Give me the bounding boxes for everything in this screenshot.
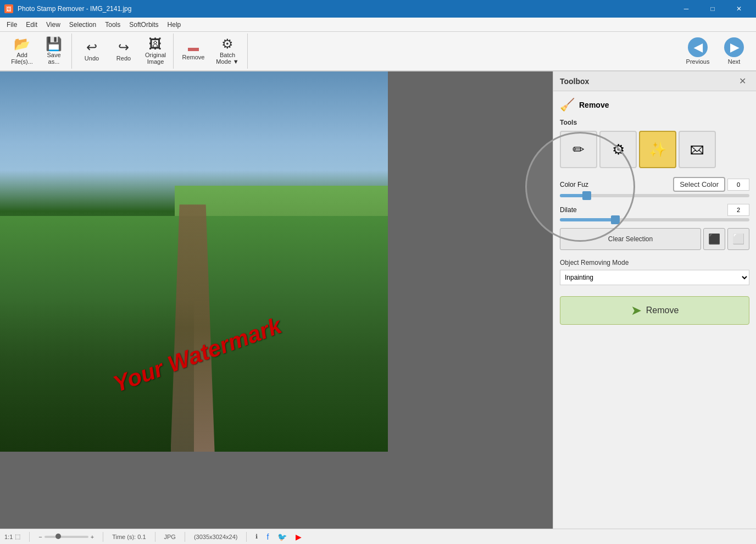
main-area: Your Watermark Toolbox ✕ 🧹 Remove Tools … (0, 71, 756, 529)
toolbox-body: 🧹 Remove Tools ✏ ⚙ ✨ 🖂 (553, 91, 756, 529)
remove-action-label: Remove (646, 306, 679, 315)
menu-view[interactable]: View (42, 19, 65, 31)
toolbar-remove-group: ▬ Remove ⚙ BatchMode ▼ (176, 34, 248, 69)
redo-icon: ↪ (118, 41, 129, 54)
next-label: Next (728, 58, 741, 65)
invert-selection-icon: ⬜ (732, 233, 744, 245)
undo-label: Undo (85, 55, 99, 62)
menu-bar: File Edit View Selection Tools SoftOrbit… (0, 18, 756, 32)
zoom-slider-area[interactable]: − + (38, 534, 94, 540)
magic-select-icon: ⚙ (612, 141, 625, 158)
status-divider-4 (185, 532, 185, 542)
color-fuz-thumb[interactable] (582, 191, 591, 200)
color-fuz-label-row: Color Fuz Select Color (560, 177, 749, 192)
batch-mode-button[interactable]: ⚙ BatchMode ▼ (210, 35, 245, 68)
color-fuz-input[interactable] (727, 179, 749, 191)
select-color-tooltip: Select Color (673, 177, 725, 192)
undo-button[interactable]: ↩ Undo (76, 35, 107, 68)
magic-wand-tool-button[interactable]: ✨ (639, 131, 676, 168)
remove-toolbar-button[interactable]: ▬ Remove (178, 35, 209, 68)
toolbox-title: Toolbox (560, 77, 589, 86)
share-facebook-icon[interactable]: f (266, 532, 269, 541)
remove-label: Remove (182, 54, 205, 60)
save-as-button[interactable]: 💾 Saveas... (38, 35, 69, 68)
toolbar: 📂 AddFile(s)... 💾 Saveas... ↩ Undo ↪ Red… (0, 32, 756, 71)
color-fuz-row: Color Fuz Select Color (560, 177, 749, 197)
title-bar: 🖼 Photo Stamp Remover - IMG_2141.jpg ─ □… (0, 0, 756, 18)
batch-label: BatchMode ▼ (216, 52, 238, 65)
menu-selection[interactable]: Selection (65, 19, 101, 31)
add-files-icon: 📂 (14, 37, 30, 51)
stamp-icon: 🖂 (690, 141, 704, 158)
minimize-button[interactable]: ─ (674, 0, 699, 18)
title-bar-left: 🖼 Photo Stamp Remover - IMG_2141.jpg (4, 4, 131, 13)
stamp-tool-button[interactable]: 🖂 (679, 131, 716, 168)
pencil-tool-button[interactable]: ✏ (560, 131, 597, 168)
color-fuz-track[interactable] (560, 194, 749, 197)
color-fuz-label: Color Fuz (560, 181, 588, 188)
time-label: Time (s): 0.1 (112, 534, 146, 540)
zoom-slider-thumb[interactable] (55, 534, 61, 539)
menu-tools[interactable]: Tools (101, 19, 125, 31)
status-divider-1 (29, 532, 30, 542)
toolbox-panel: Toolbox ✕ 🧹 Remove Tools ✏ ⚙ (553, 71, 756, 529)
original-image-button[interactable]: 🖼 OriginalImage (140, 35, 171, 68)
remove-section-header: 🧹 Remove (560, 98, 749, 112)
window-title: Photo Stamp Remover - IMG_2141.jpg (18, 5, 131, 13)
maximize-button[interactable]: □ (700, 0, 725, 18)
format-label: JPG (164, 534, 176, 540)
status-divider-5 (246, 532, 247, 542)
pencil-icon: ✏ (572, 141, 585, 158)
dilate-thumb[interactable] (611, 215, 620, 224)
color-fuz-value-area: Select Color (673, 177, 749, 192)
original-image-icon: 🖼 (149, 37, 162, 51)
previous-button[interactable]: ◀ Previous (680, 34, 715, 69)
dilate-input[interactable] (727, 204, 749, 216)
share-twitter-icon[interactable]: 🐦 (277, 532, 287, 541)
toolbox-header: Toolbox ✕ (553, 71, 756, 91)
zoom-ratio-label: 1:1 (4, 534, 13, 540)
status-divider-2 (103, 532, 103, 542)
menu-help[interactable]: Help (163, 19, 186, 31)
undo-icon: ↩ (86, 41, 97, 54)
redo-button[interactable]: ↪ Redo (108, 35, 139, 68)
dilate-track[interactable] (560, 218, 749, 221)
toolbar-file-group: 📂 AddFile(s)... 💾 Saveas... (4, 34, 72, 69)
zoom-control: 1:1 ⬚ (4, 533, 20, 540)
clear-selection-button[interactable]: Clear Selection (560, 228, 701, 250)
zoom-in-icon[interactable]: + (91, 534, 94, 540)
info-icon[interactable]: ℹ (255, 533, 258, 540)
remove-action-button[interactable]: ➤ Remove (560, 296, 749, 325)
zoom-slider[interactable] (45, 536, 88, 538)
image-area[interactable]: Your Watermark (0, 71, 553, 529)
window-controls: ─ □ ✕ (674, 0, 752, 18)
select-all-button[interactable]: ⬛ (703, 228, 725, 250)
fit-icon: ⬚ (15, 533, 20, 540)
mode-section: Object Removing Mode Inpainting Content-… (560, 259, 749, 285)
toolbar-nav: ◀ Previous ▶ Next (680, 34, 752, 69)
toolbox-close-button[interactable]: ✕ (736, 75, 749, 87)
close-button[interactable]: ✕ (726, 0, 752, 18)
dilate-fill (560, 218, 617, 221)
previous-icon: ◀ (688, 37, 708, 57)
share-youtube-icon[interactable]: ▶ (296, 532, 302, 541)
add-files-label: AddFile(s)... (11, 52, 33, 65)
menu-softorbits[interactable]: SoftOrbits (125, 19, 163, 31)
status-bar: 1:1 ⬚ − + Time (s): 0.1 JPG (3035x3024x2… (0, 529, 756, 544)
dimensions-label: (3035x3024x24) (194, 534, 238, 540)
menu-edit[interactable]: Edit (21, 19, 42, 31)
mode-select[interactable]: Inpainting Content-Aware Fill Clone (560, 270, 749, 285)
tool-buttons-row: ✏ ⚙ ✨ 🖂 (560, 131, 749, 168)
add-files-button[interactable]: 📂 AddFile(s)... (7, 35, 37, 68)
magic-wand-icon: ✨ (649, 141, 666, 158)
status-divider-3 (155, 532, 155, 542)
batch-icon: ⚙ (221, 37, 234, 51)
remove-arrow-icon: ➤ (631, 303, 642, 318)
menu-file[interactable]: File (2, 19, 21, 31)
next-button[interactable]: ▶ Next (716, 34, 752, 69)
app-icon: 🖼 (4, 4, 13, 13)
magic-select-tool-button[interactable]: ⚙ (599, 131, 637, 168)
zoom-out-icon[interactable]: − (38, 534, 42, 540)
tools-section-label: Tools (560, 119, 749, 126)
invert-selection-button[interactable]: ⬜ (727, 228, 749, 250)
